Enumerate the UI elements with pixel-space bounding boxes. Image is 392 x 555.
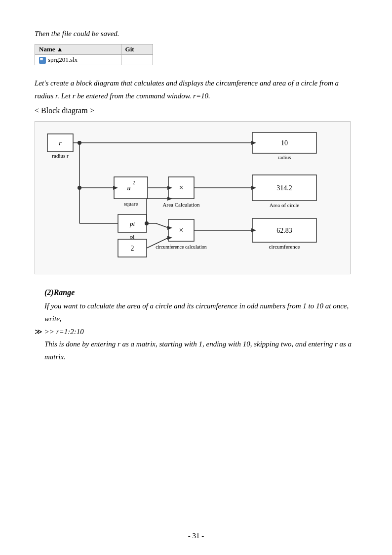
page: Then the file could be saved. Name ▲ Git… [0,0,392,555]
file-row: sprg201.slx [35,55,121,65]
section-2-para2: This is done by entering r as a matrix, … [44,338,357,363]
svg-text:2: 2 [131,245,134,252]
description-text: Let's create a block diagram that calcul… [35,77,357,102]
svg-text:u: u [127,184,131,192]
svg-text:pi: pi [130,234,135,240]
block-diagram: r radius r 10 radius u 2 square × Area C… [35,121,351,274]
svg-rect-60 [114,177,148,199]
code-line: ≫ >> r=1:2:10 [35,327,357,336]
svg-line-98 [156,223,168,228]
section-2-para1: If you want to calculate the area of a c… [44,300,357,325]
svg-text:circumference: circumference [269,244,300,250]
svg-text:2: 2 [133,180,135,185]
block-heading-label: < Block diagram > [35,106,94,115]
section-2-heading: (2)Range [44,288,357,297]
col2-header: Git [121,44,153,55]
svg-text:pi: pi [129,220,135,227]
svg-text:Area of circle: Area of circle [270,202,300,208]
code-text: >> r=1:2:10 [44,328,84,336]
svg-text:62.83: 62.83 [276,227,292,234]
intro-text: Then the file could be saved. [35,30,357,38]
page-number: - 31 - [0,532,392,540]
prompt-symbol: ≫ [35,328,44,336]
file-name: sprg201.slx [48,56,78,63]
svg-text:314.2: 314.2 [276,184,292,192]
file-table: Name ▲ Git sprg201.slx [35,44,153,65]
col1-header: Name ▲ [35,44,121,55]
block-diagram-heading: < Block diagram > [35,106,357,115]
svg-text:radius: radius [278,154,291,160]
section-2: (2)Range If you want to calculate the ar… [35,288,357,363]
svg-text:square: square [124,201,138,207]
svg-text:×: × [179,226,183,234]
file-icon [39,57,46,64]
svg-text:circumference calculation: circumference calculation [156,244,207,250]
svg-text:radius r: radius r [52,153,69,159]
git-cell [121,55,153,65]
svg-text:10: 10 [281,139,288,147]
svg-text:×: × [179,183,183,192]
svg-text:r: r [59,139,62,147]
svg-text:Area Calculation: Area Calculation [163,202,200,208]
diagram-svg-clean: r radius r 10 radius u 2 square × Area C… [35,122,351,274]
